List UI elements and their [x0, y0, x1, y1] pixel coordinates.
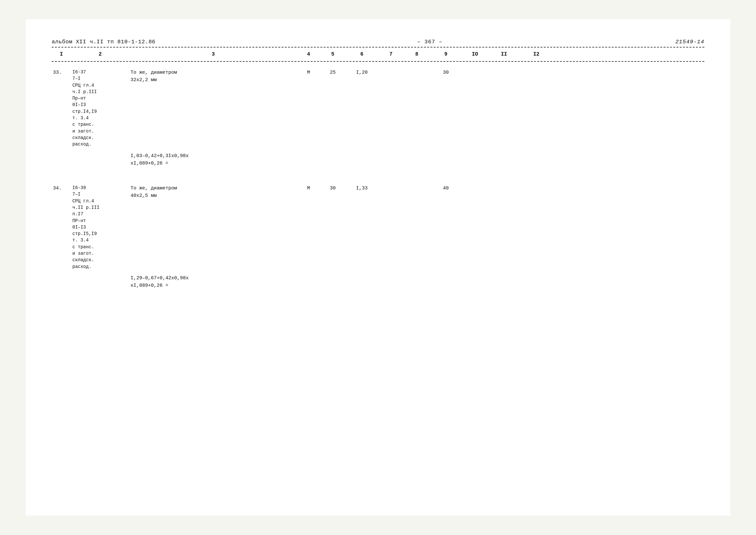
entry-34-unit: М [297, 184, 320, 193]
entry-33-col12 [520, 68, 553, 70]
entry-33-col5: 25 [320, 68, 346, 77]
entry-33-col7 [378, 68, 404, 70]
entry-34-main: 34. I6-39 7–I СРЦ гл.4 ч.II р.III п.I7 П… [52, 184, 704, 270]
header-line-bottom [52, 61, 704, 62]
table-body: 33. I6-37 7–I СРЦ гл.4 ч.I р.III Пр–нт 0… [52, 68, 704, 290]
entry-34-col11 [488, 184, 520, 185]
col-header-8: 8 [404, 51, 430, 57]
entry-34: 34. I6-39 7–I СРЦ гл.4 ч.II р.III п.I7 П… [52, 184, 704, 290]
entry-33-col8 [404, 68, 430, 70]
col-header-11: II [488, 51, 520, 57]
entry-33-col11 [488, 68, 520, 70]
entry-34-col12 [520, 184, 553, 185]
col-header-3: 3 [129, 51, 297, 57]
entry-33-col6: I,20 [346, 68, 378, 77]
entry-33-formula: I,03–0,42+0,3Iх0,98х хI,089+0,26 = [52, 152, 704, 168]
entry-33-unit: М [297, 68, 320, 77]
entry-34-col8 [404, 184, 430, 185]
col-header-5: 5 [320, 51, 346, 57]
column-headers: I 2 3 4 5 6 7 8 9 IO II I2 [52, 49, 704, 59]
col-header-6: 6 [346, 51, 378, 57]
entry-33-num: 33. [52, 68, 71, 77]
entry-34-col10 [462, 184, 488, 185]
header-line-top [52, 47, 704, 47]
entry-33-desc: То же, диаметром 32х2,2 мм [129, 68, 297, 85]
entry-33-col9: 30 [430, 68, 462, 77]
page-number: – 367 – [155, 39, 640, 45]
col-header-12: I2 [520, 51, 553, 57]
entry-34-col7 [378, 184, 404, 185]
entry-34-formula: I,29–0,67+0,42х0,98х хI,089+0,26 = [52, 274, 704, 290]
entry-34-col6: I,33 [346, 184, 378, 193]
doc-number: 21549-14 [640, 39, 704, 45]
entry-33-col10 [462, 68, 488, 70]
entry-33-ref: I6-37 7–I СРЦ гл.4 ч.I р.III Пр–нт 0I–I3… [71, 68, 129, 148]
col-header-2: 2 [71, 51, 129, 57]
header: альбом XII ч.II тп 810-1-12.86 – 367 – 2… [52, 39, 704, 45]
entry-34-formula-text: I,29–0,67+0,42х0,98х хI,089+0,26 = [129, 274, 297, 290]
entry-34-desc: То же, диаметром 40х2,5 мм [129, 184, 297, 200]
col-header-10: IO [462, 51, 488, 57]
col-header-4: 4 [297, 51, 320, 57]
entry-34-col9: 40 [430, 184, 462, 193]
col-header-7: 7 [378, 51, 404, 57]
col-header-9: 9 [430, 51, 462, 57]
entry-33: 33. I6-37 7–I СРЦ гл.4 ч.I р.III Пр–нт 0… [52, 68, 704, 168]
album-info: альбом XII ч.II тп 810-1-12.86 [52, 39, 155, 45]
entry-34-ref: I6-39 7–I СРЦ гл.4 ч.II р.III п.I7 ПР–нт… [71, 184, 129, 270]
entry-34-col5: 30 [320, 184, 346, 193]
page: альбом XII ч.II тп 810-1-12.86 – 367 – 2… [26, 19, 730, 516]
entry-33-main: 33. I6-37 7–I СРЦ гл.4 ч.I р.III Пр–нт 0… [52, 68, 704, 148]
entry-34-num: 34. [52, 184, 71, 193]
col-header-1: I [52, 51, 71, 57]
entry-33-formula-text: I,03–0,42+0,3Iх0,98х хI,089+0,26 = [129, 152, 297, 168]
